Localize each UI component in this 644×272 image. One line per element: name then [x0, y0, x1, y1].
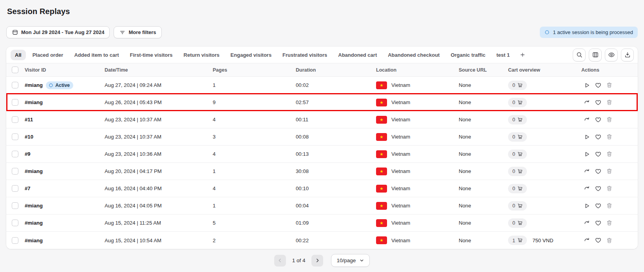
preview-button[interactable] — [605, 49, 618, 61]
session-row[interactable]: #miangAug 15, 2024 | 11:25 AM501:09Vietn… — [6, 214, 638, 232]
tab-abandoned-cart[interactable]: Abandoned cart — [334, 50, 381, 60]
favorite-session-button[interactable] — [593, 114, 603, 125]
favorite-session-button[interactable] — [593, 235, 603, 246]
row-checkbox[interactable] — [12, 220, 18, 226]
row-checkbox[interactable] — [12, 82, 18, 88]
visitor-id: #11 — [25, 117, 33, 122]
cart-icon — [517, 203, 523, 209]
session-duration: 00:13 — [296, 151, 376, 157]
session-pages: 4 — [213, 151, 296, 157]
heart-icon — [595, 116, 602, 123]
export-button[interactable] — [621, 49, 634, 61]
session-datetime: Aug 20, 2024 | 04:17 PM — [105, 168, 213, 174]
visitor-id: #10 — [25, 134, 33, 140]
delete-session-button[interactable] — [604, 166, 615, 177]
session-duration: 00:11 — [296, 117, 376, 122]
row-checkbox[interactable] — [12, 133, 18, 140]
columns-button[interactable] — [589, 49, 602, 61]
column-header-duration[interactable]: Duration — [296, 67, 376, 73]
delete-session-button[interactable] — [604, 114, 615, 125]
delete-session-button[interactable] — [604, 218, 615, 228]
session-row[interactable]: #11Aug 23, 2024 | 10:37 AM400:11VietnamN… — [6, 111, 638, 128]
favorite-session-button[interactable] — [593, 131, 603, 142]
delete-session-button[interactable] — [604, 149, 615, 159]
row-checkbox[interactable] — [12, 99, 18, 106]
delete-session-button[interactable] — [604, 235, 615, 246]
source-url: None — [459, 82, 508, 88]
column-header-visitor-id[interactable]: Visitor ID — [25, 67, 105, 73]
column-header-location[interactable]: Location — [376, 67, 459, 73]
heart-icon — [595, 202, 602, 209]
session-row[interactable]: #10Aug 23, 2024 | 10:37 AM300:08VietnamN… — [6, 128, 638, 146]
play-session-button[interactable] — [581, 80, 592, 90]
delete-session-button[interactable] — [604, 131, 615, 142]
play-session-button[interactable] — [581, 131, 592, 142]
session-row[interactable]: #miangAug 26, 2024 | 05:43 PM902:57Vietn… — [6, 94, 638, 111]
redo-icon — [583, 99, 590, 106]
replay-session-button[interactable] — [581, 114, 592, 125]
play-session-button[interactable] — [581, 200, 592, 211]
select-all-checkbox[interactable] — [12, 67, 18, 73]
session-row[interactable]: #miangAug 20, 2024 | 04:17 PM130:08Vietn… — [6, 163, 638, 180]
tab-abandoned-checkout[interactable]: Abandoned checkout — [384, 50, 444, 60]
cart-icon — [517, 151, 523, 157]
delete-session-button[interactable] — [604, 80, 615, 90]
favorite-session-button[interactable] — [593, 149, 603, 159]
row-checkbox[interactable] — [12, 116, 18, 123]
session-row[interactable]: #miangAug 15, 2024 | 10:54 AM200:22Vietn… — [6, 232, 638, 249]
delete-session-button[interactable] — [604, 97, 615, 108]
delete-session-button[interactable] — [604, 200, 615, 211]
row-checkbox[interactable] — [12, 202, 18, 209]
cart-icon — [517, 99, 523, 106]
replay-session-button[interactable] — [581, 166, 592, 177]
tab-added-item-to-cart[interactable]: Added item to cart — [70, 50, 123, 60]
column-header-pages[interactable]: Pages — [213, 67, 296, 73]
tab-engaged-visitors[interactable]: Engaged visitors — [226, 50, 276, 60]
favorite-session-button[interactable] — [593, 218, 603, 228]
delete-session-button[interactable] — [604, 183, 615, 194]
session-row[interactable]: #miangAug 16, 2024 | 04:05 PM100:04Vietn… — [6, 197, 638, 214]
session-row[interactable]: #miangActiveAug 27, 2024 | 09:24 AM100:0… — [6, 77, 638, 94]
page-size-select[interactable]: 10/page — [331, 254, 370, 267]
cart-icon — [517, 168, 523, 175]
session-row[interactable]: #9Aug 23, 2024 | 10:36 AM400:13VietnamNo… — [6, 146, 638, 163]
vietnam-flag-icon — [376, 236, 387, 244]
tab-return-visitors[interactable]: Return visitors — [179, 50, 224, 60]
replay-session-button[interactable] — [581, 235, 592, 246]
tab-frustrated-visitors[interactable]: Frustrated visitors — [278, 50, 331, 60]
tab-first-time-visitors[interactable]: First-time visitors — [126, 50, 177, 60]
cart-icon — [517, 134, 523, 140]
favorite-session-button[interactable] — [593, 80, 603, 90]
session-duration: 00:10 — [296, 186, 376, 191]
prev-page-button[interactable] — [274, 255, 286, 267]
column-header-datetime[interactable]: Date/Time — [105, 67, 213, 73]
row-checkbox[interactable] — [12, 185, 18, 192]
more-filters-button[interactable]: More filters — [114, 26, 161, 38]
replay-session-button[interactable] — [581, 97, 592, 108]
column-header-source-url[interactable]: Source URL — [459, 67, 508, 73]
favorite-session-button[interactable] — [593, 97, 603, 108]
add-view-button[interactable] — [516, 50, 529, 59]
favorite-session-button[interactable] — [593, 183, 603, 194]
cart-overview-pill: 0 — [508, 150, 527, 159]
row-checkbox[interactable] — [12, 237, 18, 244]
column-header-cart-overview[interactable]: Cart overview — [508, 67, 581, 73]
search-button[interactable] — [573, 49, 586, 61]
tab-test-1[interactable]: test 1 — [492, 50, 514, 60]
cart-icon — [517, 82, 523, 88]
play-session-button[interactable] — [581, 149, 592, 159]
favorite-session-button[interactable] — [593, 200, 603, 211]
date-range-button[interactable]: Mon Jul 29 2024 - Tue Aug 27 2024 — [6, 26, 110, 38]
tab-placed-order[interactable]: Placed order — [28, 50, 68, 60]
tab-all[interactable]: All — [11, 50, 26, 60]
cart-count: 0 — [512, 99, 515, 105]
view-tabs-bar: AllPlaced orderAdded item to cartFirst-t… — [6, 47, 638, 63]
replay-session-button[interactable] — [581, 218, 592, 228]
tab-organic-traffic[interactable]: Organic traffic — [446, 50, 490, 60]
favorite-session-button[interactable] — [593, 166, 603, 177]
next-page-button[interactable] — [311, 255, 323, 267]
row-checkbox[interactable] — [12, 168, 18, 175]
replay-session-button[interactable] — [581, 183, 592, 194]
session-row[interactable]: #7Aug 16, 2024 | 04:40 PM400:10VietnamNo… — [6, 180, 638, 197]
row-checkbox[interactable] — [12, 151, 18, 157]
